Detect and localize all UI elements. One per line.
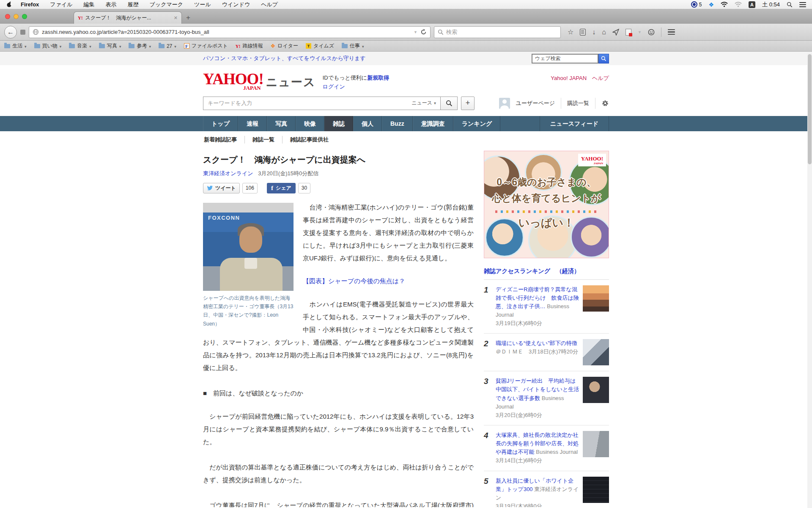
bookmark-folder-27[interactable]: 27 (159, 43, 176, 49)
window-zoom-button[interactable] (22, 14, 27, 19)
browser-tab[interactable]: Y! スクープ！ 鴻海がシャー... ✕ (74, 11, 182, 24)
menu-file[interactable]: ファイル (50, 1, 72, 8)
subnav-new-articles[interactable]: 新着雑誌記事 (203, 136, 245, 144)
menu-history[interactable]: 履歴 (128, 1, 139, 8)
ranking-thumbnail[interactable] (583, 339, 609, 365)
subscription-link[interactable]: 購読一覧 (567, 99, 589, 107)
browser-search-input[interactable] (446, 29, 557, 35)
ranking-thumbnail[interactable] (583, 285, 609, 312)
bookmark-times[interactable]: Tタイムズ (306, 42, 334, 50)
ranking-thumbnail[interactable] (583, 377, 609, 403)
input-method-icon[interactable]: A (749, 1, 755, 8)
tab-newsfeed[interactable]: ニュースフィード (540, 116, 609, 131)
bookmark-star-icon[interactable]: ☆ (568, 29, 573, 36)
tab-personal[interactable]: 個人 (353, 116, 382, 131)
bookmark-transit[interactable]: Y!路線情報 (236, 42, 263, 50)
facebook-share-button[interactable]: f シェア (267, 183, 296, 193)
tab-top[interactable]: トップ (203, 116, 238, 131)
header-help-links[interactable]: Yahoo! JAPAN ヘルプ (551, 71, 609, 82)
apple-logo-icon[interactable] (6, 1, 12, 8)
article-source-link[interactable]: 東洋経済オンライン (203, 170, 253, 177)
ranking-link[interactable]: 職場にいる“使えない”部下の特徴 (496, 340, 577, 346)
article-photo[interactable]: FOXCONN (203, 203, 294, 291)
web-search-input[interactable] (532, 54, 598, 64)
scrollbar-thumb[interactable] (808, 54, 812, 164)
menu-edit[interactable]: 編集 (84, 1, 95, 8)
yahoo-japan-logo[interactable]: YAHOO! JAPAN (203, 71, 263, 91)
pdf-tool-caret-icon[interactable]: ▼ (638, 30, 642, 34)
home-icon[interactable]: ⌂ (602, 29, 606, 36)
page-scrollbar[interactable] (807, 52, 812, 508)
notification-center-icon[interactable] (799, 2, 806, 7)
url-dropdown-icon[interactable]: ▼ (414, 30, 417, 34)
web-search-button[interactable] (598, 54, 609, 64)
ranking-thumbnail[interactable] (583, 477, 609, 503)
downloads-icon[interactable]: ↓ (592, 29, 595, 36)
bookmark-folder-work[interactable]: 仕事 (342, 42, 364, 50)
search-add-button[interactable]: + (461, 97, 475, 110)
tab-magazine[interactable]: 雑誌 (324, 116, 353, 131)
tab-video[interactable]: 映像 (296, 116, 324, 131)
figure-link[interactable]: 【図表】シャープの今後の焦点は？ (303, 277, 405, 284)
menu-help[interactable]: ヘルプ (261, 1, 278, 8)
reload-icon[interactable] (420, 29, 427, 35)
ad-text-line3: いっぱい！ (484, 215, 609, 230)
subnav-providers[interactable]: 雑誌記事提供社 (283, 136, 336, 144)
feedback-smiley-icon[interactable] (648, 29, 655, 36)
bookmark-reuters[interactable]: ❖ロイター (270, 42, 298, 50)
menu-firefox[interactable]: Firefox (21, 1, 39, 8)
back-button[interactable]: ← (4, 26, 17, 39)
url-text[interactable]: zasshi.news.yahoo.co.jp/article?a=201503… (42, 29, 411, 35)
ranking-thumbnail[interactable] (583, 431, 609, 457)
bookmark-folder-music[interactable]: 音楽 (69, 42, 91, 50)
search-category-dropdown[interactable]: ニュース (411, 99, 436, 107)
news-search-button[interactable] (441, 97, 458, 110)
tweet-button[interactable]: ツイート (203, 183, 240, 193)
wifi-icon[interactable] (721, 2, 728, 7)
virus-promo-link[interactable]: パソコン・スマホ・タブレット、すべてをウイルスから守ります (203, 55, 366, 62)
dropbox-icon[interactable]: ❖ (709, 2, 714, 8)
bookmark-folder-photo[interactable]: 写真 (99, 42, 121, 50)
tab-buzz[interactable]: Buzz (382, 116, 413, 131)
tab-close-icon[interactable]: ✕ (174, 15, 178, 21)
subnav-magazine-list[interactable]: 雑誌一覧 (245, 136, 283, 144)
tab-flash[interactable]: 速報 (238, 116, 267, 131)
user-page-link[interactable]: ユーザーページ (516, 99, 555, 107)
menubar-clock[interactable]: 土 0:54 (762, 1, 780, 8)
user-avatar[interactable] (499, 98, 510, 109)
menu-bookmarks[interactable]: ブックマーク (150, 1, 184, 8)
browser-search-field[interactable] (434, 26, 561, 38)
window-close-button[interactable] (5, 14, 10, 19)
settings-gear-icon[interactable] (601, 99, 609, 107)
sidebar-ad-kids[interactable]: YAHOO! JAPAN 0～6歳のお子さまの、 心と体を育てるヒントが いっぱ… (484, 151, 609, 258)
article-byline: 東洋経済オンライン 3月20日(金)15時0分配信 (203, 170, 474, 177)
keyword-search-field[interactable]: ニュース (203, 97, 441, 110)
reading-list-icon[interactable] (580, 29, 586, 36)
menu-tools[interactable]: ツール (194, 1, 211, 8)
menu-window[interactable]: ウインドウ (222, 1, 250, 8)
wifi-secondary-icon[interactable] (735, 2, 742, 7)
pdf-tool-icon[interactable] (625, 29, 631, 36)
new-tab-button[interactable]: + (182, 14, 195, 24)
ranking-link[interactable]: 貧困Jリーガー続出 平均給与は中国以下、バイトをしないと生活できない選手多数 (496, 378, 579, 401)
url-bar[interactable]: zasshi.news.yahoo.co.jp/article?a=201503… (29, 26, 431, 38)
photo-art (244, 258, 257, 269)
tab-photo[interactable]: 写真 (267, 116, 296, 131)
menu-hamburger-icon[interactable] (668, 29, 675, 35)
site-identity-icon[interactable] (20, 30, 25, 35)
send-icon[interactable] (612, 29, 619, 36)
bookmark-filepost[interactable]: Fファイルポスト (184, 42, 228, 50)
register-link[interactable]: 新規取得 (367, 75, 389, 81)
login-link[interactable]: ログイン (323, 83, 345, 90)
bookmark-folder-life[interactable]: 生活 (4, 42, 27, 50)
spotlight-icon[interactable] (787, 2, 793, 8)
bookmark-folder-shopping[interactable]: 買い物 (34, 42, 62, 50)
window-minimize-button[interactable] (14, 14, 19, 19)
keyword-search-input[interactable] (208, 100, 411, 106)
article-figure: FOXCONN シャープへの出資意向を表明した鴻海精密工業のテリー・ゴウ董事長（… (203, 203, 294, 329)
menu-view[interactable]: 表示 (106, 1, 117, 8)
tab-survey[interactable]: 意識調査 (413, 116, 453, 131)
bookmark-folder-reference[interactable]: 参考 (129, 42, 151, 50)
tab-ranking[interactable]: ランキング (453, 116, 501, 131)
creative-cloud-status[interactable]: 5 (691, 1, 702, 8)
